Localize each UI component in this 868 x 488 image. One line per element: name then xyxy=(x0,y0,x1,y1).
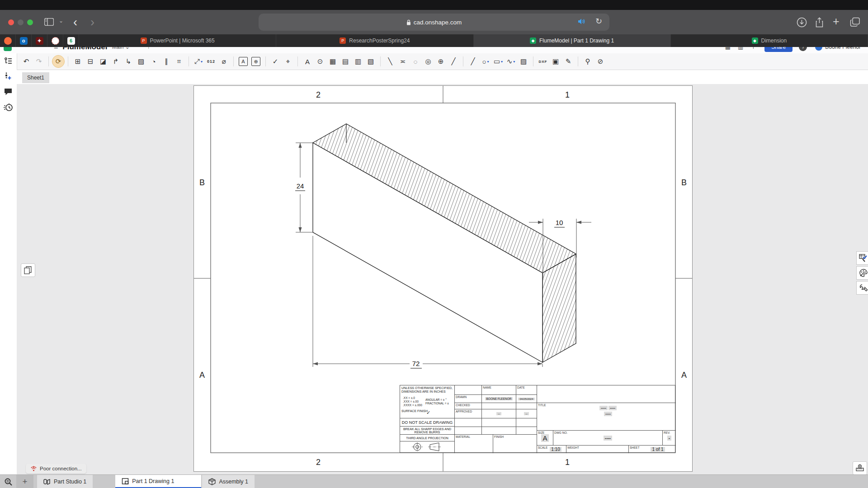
dwg-no-value[interactable]: ---- xyxy=(604,436,612,441)
sheet-tab[interactable]: Sheet1 xyxy=(22,72,49,83)
dropdown-caret-icon[interactable]: ▾ xyxy=(513,60,515,64)
comments-icon[interactable] xyxy=(0,84,16,99)
title-value[interactable]: ---- xyxy=(609,406,617,410)
browser-tab[interactable]: PResearchPosterSpring24 xyxy=(276,34,473,47)
cut-list-table-button[interactable]: ▧ xyxy=(364,55,377,68)
auxiliary-view-button[interactable]: ◪ xyxy=(97,55,109,68)
drawing-canvas[interactable]: 2 1 2 1 B A B A xyxy=(17,84,868,474)
document-tab-part-studio-1[interactable]: Part Studio 1 xyxy=(37,475,93,488)
share-icon[interactable] xyxy=(815,17,824,30)
dropdown-caret-icon[interactable]: ▾ xyxy=(501,60,503,64)
document-tab-assembly-1[interactable]: Assembly 1 xyxy=(202,475,255,488)
export-dxf-button[interactable]: DXF xyxy=(537,55,549,68)
geometric-tolerance-button[interactable]: ⊕ xyxy=(250,55,262,68)
pinned-tab-firefox[interactable] xyxy=(0,34,16,47)
pinned-tab-outlook[interactable]: o xyxy=(16,34,32,47)
edit-appearance-button[interactable]: ✎ xyxy=(562,55,575,68)
audio-playing-icon[interactable] xyxy=(578,18,586,27)
tools-wrench-button[interactable] xyxy=(856,281,868,295)
isometric-view[interactable] xyxy=(313,124,576,362)
size-value[interactable]: A xyxy=(541,434,548,442)
title-value[interactable]: ---- xyxy=(604,412,612,416)
address-bar[interactable]: cad.onshape.com ↻ xyxy=(259,14,609,31)
browser-tab[interactable]: PPowerPoint | Microsoft 365 xyxy=(79,34,276,47)
insert-new-tab-button[interactable]: + xyxy=(16,475,33,488)
redo-button[interactable]: ↷ xyxy=(33,55,45,68)
aligned-section-view-button[interactable]: ◔ xyxy=(147,55,160,68)
reload-icon[interactable]: ↻ xyxy=(595,16,602,26)
share-button[interactable]: Share xyxy=(764,47,793,52)
panels-icon[interactable]: ▥ xyxy=(738,47,743,50)
move-view-button[interactable]: ↱ xyxy=(109,55,122,68)
drawn-date-value[interactable]: 04/25/2024 xyxy=(518,398,534,400)
center-mark-button[interactable]: ⊕ xyxy=(434,55,447,68)
hide-preview-button[interactable]: ⊘ xyxy=(594,55,607,68)
zoom-window-button[interactable] xyxy=(27,19,33,25)
back-button[interactable]: ‹ xyxy=(73,14,77,30)
callout-number-button[interactable]: ⊙ xyxy=(314,55,326,68)
pinned-tab-red-app[interactable]: ✦ xyxy=(32,34,47,47)
add-sheet-icon[interactable] xyxy=(0,69,16,84)
text-button[interactable]: A xyxy=(301,55,314,68)
line-button[interactable]: ╱ xyxy=(467,55,479,68)
sheet-thumbnails-button[interactable] xyxy=(21,263,35,277)
chevron-down-icon[interactable]: ⌄ xyxy=(59,18,63,24)
sidebar-toggle-icon[interactable] xyxy=(44,18,54,28)
close-window-button[interactable] xyxy=(8,19,14,25)
hatch-button[interactable]: ▨ xyxy=(517,55,530,68)
document-tab-part-1-drawing-1[interactable]: Part 1 Drawing 1 xyxy=(115,475,201,488)
break-view-button[interactable]: ∥ xyxy=(160,55,173,68)
circle-button[interactable]: ○▾ xyxy=(479,55,492,68)
bom-table-button[interactable]: ▥ xyxy=(352,55,364,68)
note-button[interactable]: A xyxy=(237,55,250,68)
appearance-button[interactable] xyxy=(856,266,868,280)
ordinate-dimension-button[interactable]: 012 xyxy=(205,55,217,68)
insert-image-button[interactable]: ▣ xyxy=(549,55,562,68)
measure-button[interactable]: ⚲ xyxy=(581,55,594,68)
sheet-list-icon[interactable] xyxy=(0,53,16,69)
downloads-icon[interactable] xyxy=(797,17,807,29)
rev-value[interactable]: - xyxy=(667,436,671,441)
measure-button[interactable] xyxy=(853,461,867,475)
browser-tab[interactable]: ◆Dimension xyxy=(671,34,868,47)
dimension-text-height[interactable]: 24 xyxy=(297,182,304,190)
center-mark-circle-button[interactable]: ◎ xyxy=(422,55,434,68)
forward-button[interactable]: › xyxy=(90,14,94,30)
drawn-by-value[interactable]: BOONE FLEENOR xyxy=(485,397,513,400)
dimension-button[interactable]: ⤢▾ xyxy=(192,55,205,68)
history-icon[interactable] xyxy=(0,99,16,115)
help-icon[interactable]: ? xyxy=(799,47,807,51)
undo-button[interactable]: ↶ xyxy=(20,55,33,68)
workspace-selector[interactable]: Main ⌄ xyxy=(112,47,130,50)
crop-view-button[interactable]: ⌗ xyxy=(173,55,185,68)
notifications-icon[interactable]: 🖈 xyxy=(750,47,756,50)
centerline-two-points-button[interactable]: ╲ xyxy=(384,55,396,68)
table-button[interactable]: ▦ xyxy=(326,55,339,68)
datum-button[interactable]: ⌖ xyxy=(282,55,294,68)
diameter-dimension-button[interactable]: ⌀ xyxy=(217,55,230,68)
spline-button[interactable]: ∿▾ xyxy=(505,55,517,68)
scale-value[interactable]: 1:10 xyxy=(550,447,561,452)
search-tabs-icon[interactable] xyxy=(0,475,16,488)
inspection-symbol-button[interactable]: ✓ xyxy=(269,55,282,68)
dropdown-caret-icon[interactable]: ▾ xyxy=(487,60,489,64)
insert-view-button[interactable]: ⊞ xyxy=(71,55,84,68)
new-tab-icon[interactable]: + xyxy=(833,15,840,28)
apps-grid-icon[interactable]: ▦ xyxy=(725,47,731,50)
dropdown-caret-icon[interactable]: ▾ xyxy=(201,60,203,64)
browser-tab-active[interactable]: ◆FlumeModel | Part 1 Drawing 1 xyxy=(474,34,671,47)
dimension-text-length[interactable]: 72 xyxy=(412,360,420,367)
callout-view-button[interactable]: ↳ xyxy=(122,55,135,68)
tangent-line-button[interactable]: ╱ xyxy=(447,55,460,68)
update-views-button[interactable]: ⟳ xyxy=(52,55,65,68)
hamburger-menu-icon[interactable]: ≡ xyxy=(54,47,58,51)
center-mark-3-point-button[interactable]: ◌ xyxy=(409,55,422,68)
rectangle-button[interactable]: ▭▾ xyxy=(492,55,505,68)
sheet-value[interactable]: 1 of 1 xyxy=(651,447,665,452)
hole-table-button[interactable]: ▤ xyxy=(339,55,352,68)
pinned-tab-dashed-red-app[interactable] xyxy=(47,34,63,47)
pinned-tab-onshape-favicon[interactable]: 6 xyxy=(63,34,79,47)
centerline-button[interactable]: ≍ xyxy=(396,55,409,68)
projected-view-button[interactable]: ⊟ xyxy=(84,55,97,68)
minimize-window-button[interactable] xyxy=(18,19,24,25)
